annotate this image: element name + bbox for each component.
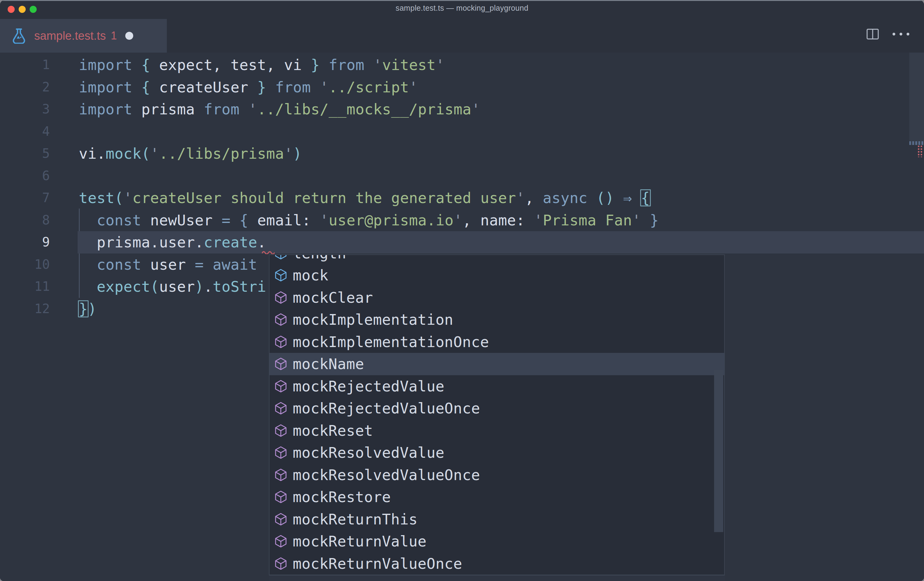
- suggestion-label: mockResolvedValue: [293, 444, 444, 461]
- suggestion-item[interactable]: mockRestore: [269, 486, 724, 508]
- symbol-method-icon: [274, 313, 287, 326]
- tab-error-count: 1: [111, 29, 117, 42]
- suggestion-item[interactable]: mockRejectedValueOnce: [269, 397, 724, 420]
- suggestion-label: mockReturnValueOnce: [293, 555, 462, 572]
- code-line[interactable]: 3import prisma from '../libs/__mocks__/p…: [0, 98, 924, 121]
- popup-scrollbar[interactable]: [714, 370, 723, 532]
- line-number[interactable]: 10: [0, 253, 50, 276]
- symbol-method-icon: [274, 291, 287, 304]
- editor-scrollbar[interactable]: [909, 53, 924, 141]
- code-text: import { expect, test, vi } from 'vitest…: [79, 54, 445, 76]
- suggestion-label: mockResolvedValueOnce: [293, 466, 480, 483]
- line-number[interactable]: 11: [0, 275, 50, 298]
- suggestion-item[interactable]: mockImplementationOnce: [269, 331, 724, 353]
- symbol-method-icon: [274, 513, 287, 526]
- symbol-method-icon: [274, 468, 287, 482]
- line-number[interactable]: 7: [0, 187, 50, 209]
- line-number[interactable]: 8: [0, 209, 50, 232]
- tab-modified-indicator[interactable]: [125, 32, 133, 40]
- suggestion-label: mockReset: [293, 422, 373, 439]
- suggestion-list: lengthmockmockClearmockImplementationmoc…: [269, 255, 724, 574]
- code-text: vi.mock('../libs/prisma'): [79, 142, 302, 165]
- suggestion-item[interactable]: mockResolvedValueOnce: [269, 464, 724, 486]
- line-number[interactable]: 5: [0, 142, 50, 165]
- code-text: import prisma from '../libs/__mocks__/pr…: [79, 98, 480, 121]
- suggestion-label: mockImplementationOnce: [293, 333, 489, 351]
- suggestion-label: length: [293, 255, 346, 262]
- code-line[interactable]: 4: [0, 121, 924, 143]
- autocomplete-popup: lengthmockmockClearmockImplementationmoc…: [269, 255, 725, 581]
- symbol-method-icon: [274, 490, 287, 504]
- vscode-window: sample.test.ts — mocking_playground samp…: [0, 0, 924, 581]
- tab-filename: sample.test.ts: [34, 29, 106, 43]
- symbol-method-icon: [274, 557, 287, 570]
- symbol-method-icon: [274, 446, 287, 459]
- suggestion-label: mockRejectedValue: [293, 377, 444, 395]
- code-line[interactable]: 8 const newUser = { email: 'user@prisma.…: [0, 209, 924, 232]
- code-line[interactable]: 1import { expect, test, vi } from 'vites…: [0, 54, 924, 76]
- suggestion-item[interactable]: mockImplementation: [269, 308, 724, 331]
- symbol-field-icon: [274, 255, 287, 260]
- line-number[interactable]: 2: [0, 76, 50, 98]
- code-text: const user = await: [79, 253, 257, 276]
- suggestion-label: mockImplementation: [293, 311, 454, 328]
- suggestion-label: mockReturnThis: [293, 511, 418, 528]
- code-line[interactable]: 6: [0, 165, 924, 187]
- suggestion-item[interactable]: length: [269, 255, 724, 264]
- suggestion-item[interactable]: mockReturnValueOnce: [269, 553, 724, 575]
- code-text: expect(user).toStri: [79, 275, 266, 298]
- symbol-method-icon: [274, 402, 287, 415]
- code-text: const newUser = { email: 'user@prisma.io…: [79, 209, 659, 232]
- line-number[interactable]: 12: [0, 298, 50, 320]
- split-editor-button[interactable]: [866, 27, 880, 41]
- symbol-method-icon: [274, 357, 287, 371]
- window-title: sample.test.ts — mocking_playground: [0, 4, 924, 13]
- line-number[interactable]: 3: [0, 98, 50, 121]
- suggestion-label: mock: [293, 266, 328, 284]
- suggestion-item[interactable]: mockClear: [269, 286, 724, 309]
- suggestion-item[interactable]: mockResolvedValue: [269, 442, 724, 464]
- line-number[interactable]: 6: [0, 165, 50, 187]
- overview-ruler-mark: [909, 141, 924, 145]
- code-line[interactable]: 2import { createUser } from '../script': [0, 76, 924, 98]
- suggestion-item[interactable]: mockName: [269, 353, 724, 375]
- more-actions-button[interactable]: [893, 33, 909, 35]
- code-text: prisma.user.create.: [79, 231, 266, 253]
- overview-ruler-error-marks: [917, 145, 923, 157]
- code-text: import { createUser } from '../script': [79, 76, 418, 98]
- code-line[interactable]: 9 prisma.user.create.: [0, 231, 924, 253]
- window-chrome: sample.test.ts — mocking_playground samp…: [0, 0, 924, 53]
- symbol-method-icon: [274, 335, 287, 349]
- code-line[interactable]: 5vi.mock('../libs/prisma'): [0, 142, 924, 165]
- suggestion-item[interactable]: mockReset: [269, 420, 724, 442]
- tab-sample-test-ts[interactable]: sample.test.ts 1: [0, 19, 167, 53]
- code-text: }): [79, 298, 97, 320]
- line-number[interactable]: 1: [0, 54, 50, 76]
- suggestion-item[interactable]: mockRejectedValue: [269, 375, 724, 397]
- line-number[interactable]: 9: [0, 231, 50, 253]
- suggestion-label: mockName: [293, 355, 364, 372]
- window-top-highlight: [0, 0, 924, 1]
- suggestion-label: mockRestore: [293, 488, 391, 505]
- suggestion-label: mockReturnValue: [293, 533, 427, 550]
- suggestion-item[interactable]: mock: [269, 264, 724, 286]
- editor-actions: [866, 27, 909, 41]
- suggestion-label: mockClear: [293, 289, 373, 306]
- symbol-method-icon: [274, 535, 287, 548]
- test-flask-icon: [12, 28, 26, 44]
- symbol-method-icon: [274, 379, 287, 393]
- code-line[interactable]: 7test('createUser should return the gene…: [0, 187, 924, 209]
- suggestion-item[interactable]: mockReturnValue: [269, 530, 724, 553]
- line-number[interactable]: 4: [0, 121, 50, 143]
- suggestion-item[interactable]: mockReturnThis: [269, 508, 724, 531]
- error-squiggle: [262, 250, 275, 254]
- suggestion-label: mockRejectedValueOnce: [293, 400, 480, 417]
- code-text: test('createUser should return the gener…: [79, 187, 650, 209]
- popup-footer: [269, 576, 725, 581]
- symbol-field-icon: [274, 268, 287, 282]
- symbol-method-icon: [274, 424, 287, 437]
